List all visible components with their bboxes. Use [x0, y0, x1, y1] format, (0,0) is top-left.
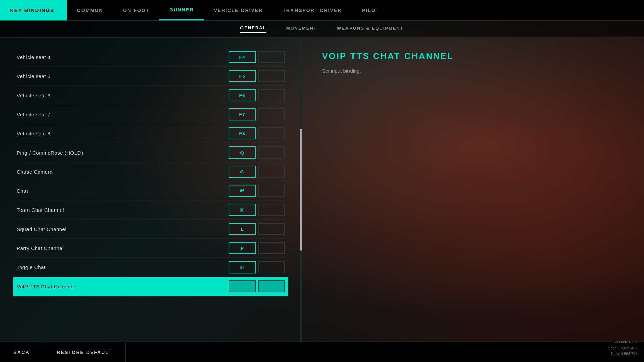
nav-tab-transport-driver[interactable]: TRANSPORT DRIVER: [273, 0, 352, 20]
key-btn-primary[interactable]: F6: [229, 89, 256, 101]
bindings-list: Vehicle seat 4F4Vehicle seat 5F5Vehicle …: [17, 48, 285, 296]
key-btn-secondary[interactable]: [258, 280, 285, 292]
key-btn-secondary[interactable]: [258, 51, 285, 63]
binding-keys: F7: [229, 108, 285, 120]
binding-label: Vehicle seat 6: [17, 93, 229, 98]
binding-label: Toggle Chat: [17, 264, 229, 270]
nav-tab-on-foot[interactable]: ON FOOT: [113, 0, 159, 20]
key-btn-primary[interactable]: F8: [229, 127, 256, 139]
nav-tab-pilot[interactable]: PILOT: [352, 0, 389, 20]
binding-label: Squad Chat Channel: [17, 226, 229, 232]
binding-row[interactable]: Vehicle seat 8F8: [17, 124, 285, 143]
binding-row[interactable]: Vehicle seat 5F5: [17, 67, 285, 86]
top-navigation: KEY BINDINGS COMMON ON FOOT GUNNER VEHIC…: [0, 0, 644, 21]
key-btn-primary[interactable]: C: [229, 166, 256, 178]
key-btn-primary[interactable]: L: [229, 223, 256, 235]
nav-key-bindings: KEY BINDINGS: [0, 0, 67, 20]
sub-tab-general[interactable]: GENERAL: [240, 25, 266, 33]
detail-description: Set input binding.: [322, 68, 624, 74]
restore-default-button[interactable]: RESTORE DEFAULT: [43, 342, 126, 362]
key-btn-primary[interactable]: F5: [229, 70, 256, 82]
binding-keys: Q: [229, 146, 285, 159]
key-btn-secondary[interactable]: [258, 242, 285, 254]
binding-row[interactable]: Vehicle seat 4F4: [17, 48, 285, 67]
binding-row[interactable]: VoIP TTS Chat Channel: [13, 277, 288, 296]
binding-row[interactable]: Ping / CommoRose (HOLD)Q: [17, 143, 285, 162]
binding-keys: F8: [229, 127, 285, 139]
binding-keys: P: [229, 242, 285, 254]
binding-row[interactable]: Toggle ChatH: [17, 258, 285, 277]
binding-row[interactable]: Party Chat ChannelP: [17, 239, 285, 258]
key-btn-primary[interactable]: Q: [229, 146, 256, 159]
binding-keys: ↵: [229, 185, 285, 197]
key-btn-primary[interactable]: K: [229, 204, 256, 216]
bindings-panel: Vehicle seat 4F4Vehicle seat 5F5Vehicle …: [0, 38, 302, 342]
sub-navigation: GENERAL MOVEMENT WEAPONS & EQUIPMENT: [0, 21, 644, 38]
binding-row[interactable]: Chat↵: [17, 181, 285, 200]
binding-label: Vehicle seat 7: [17, 112, 229, 117]
main-content: Vehicle seat 4F4Vehicle seat 5F5Vehicle …: [0, 38, 644, 342]
binding-label: VoIP TTS Chat Channel: [17, 284, 229, 289]
back-button[interactable]: BACK: [0, 342, 43, 362]
binding-keys: C: [229, 166, 285, 178]
binding-label: Ping / CommoRose (HOLD): [17, 150, 229, 156]
version-line2: Code: 13,039,435: [608, 345, 637, 351]
binding-row[interactable]: Vehicle seat 7F7: [17, 105, 285, 124]
nav-tab-gunner[interactable]: GUNNER: [159, 0, 204, 20]
key-btn-primary[interactable]: P: [229, 242, 256, 254]
version-info: Version: 0.3.1 Code: 13,039,435 Data: 4,…: [608, 339, 637, 357]
binding-label: Team Chat Channel: [17, 207, 229, 213]
scrollbar-track[interactable]: [300, 38, 302, 342]
nav-tab-common[interactable]: COMMON: [67, 0, 113, 20]
binding-label: Chat: [17, 188, 229, 194]
binding-keys: F5: [229, 70, 285, 82]
key-btn-primary[interactable]: F7: [229, 108, 256, 120]
key-btn-secondary[interactable]: [258, 89, 285, 101]
version-line1: Version: 0.3.1: [608, 339, 637, 345]
key-btn-secondary[interactable]: [258, 108, 285, 120]
binding-row[interactable]: Chase CameraC: [17, 162, 285, 181]
binding-keys: F4: [229, 51, 285, 63]
binding-label: Vehicle seat 8: [17, 131, 229, 136]
binding-keys: [229, 280, 285, 292]
binding-label: Vehicle seat 4: [17, 54, 229, 60]
scrollbar-thumb[interactable]: [300, 129, 302, 250]
binding-label: Chase Camera: [17, 169, 229, 175]
key-btn-secondary[interactable]: [258, 223, 285, 235]
nav-tab-vehicle-driver[interactable]: VEHICLE DRIVER: [204, 0, 273, 20]
key-btn-secondary[interactable]: [258, 70, 285, 82]
binding-row[interactable]: Team Chat ChannelK: [17, 200, 285, 220]
binding-label: Vehicle seat 5: [17, 73, 229, 79]
detail-panel: VOIP TTS CHAT CHANNEL Set input binding.: [302, 38, 644, 342]
key-btn-secondary[interactable]: [258, 204, 285, 216]
key-btn-secondary[interactable]: [258, 261, 285, 273]
key-btn-primary[interactable]: H: [229, 261, 256, 273]
detail-title: VOIP TTS CHAT CHANNEL: [322, 51, 624, 61]
binding-keys: K: [229, 204, 285, 216]
key-btn-secondary[interactable]: [258, 146, 285, 159]
key-btn-primary[interactable]: ↵: [229, 185, 256, 197]
sub-tab-movement[interactable]: MOVEMENT: [286, 26, 317, 32]
binding-keys: F6: [229, 89, 285, 101]
version-line3: Data: 4,668,704: [608, 351, 637, 357]
binding-keys: L: [229, 223, 285, 235]
bottom-bar: BACK RESTORE DEFAULT: [0, 342, 644, 362]
key-btn-primary[interactable]: [229, 280, 256, 292]
binding-label: Party Chat Channel: [17, 245, 229, 251]
binding-row[interactable]: Vehicle seat 6F6: [17, 86, 285, 105]
sub-tab-weapons[interactable]: WEAPONS & EQUIPMENT: [337, 26, 404, 32]
binding-row[interactable]: Squad Chat ChannelL: [17, 220, 285, 239]
key-btn-secondary[interactable]: [258, 127, 285, 139]
key-btn-secondary[interactable]: [258, 185, 285, 197]
key-btn-primary[interactable]: F4: [229, 51, 256, 63]
key-btn-secondary[interactable]: [258, 166, 285, 178]
binding-keys: H: [229, 261, 285, 273]
